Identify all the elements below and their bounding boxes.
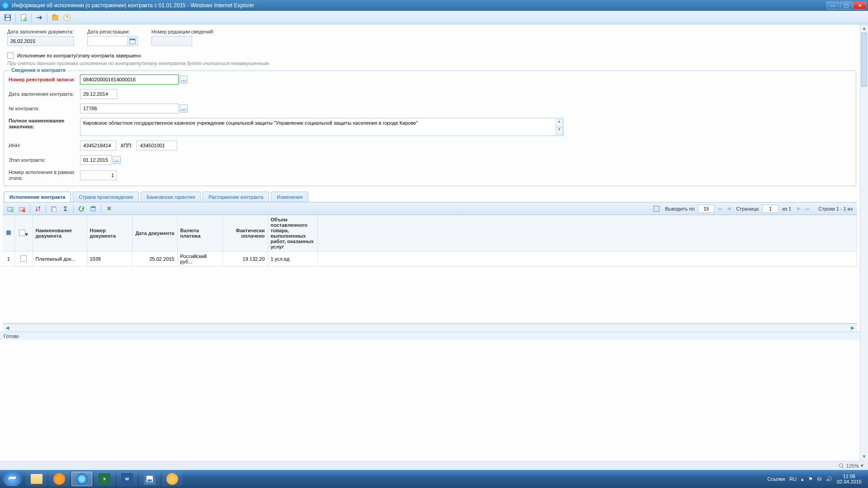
tab-termination[interactable]: Расторжение контракта bbox=[203, 192, 269, 202]
prev-page-icon[interactable]: ◀ bbox=[725, 205, 732, 212]
scroll-left-icon[interactable]: ◀ bbox=[4, 325, 11, 331]
tray-network-icon[interactable]: ⛁ bbox=[817, 476, 821, 482]
reg-num-label: Номер реестровой записи: bbox=[9, 77, 76, 83]
zoom-control[interactable]: 125% ▾ bbox=[838, 463, 863, 469]
tray-flag-icon[interactable]: ⚑ bbox=[808, 476, 813, 482]
grid-header-volume[interactable]: Объем поставленного товара, выполненных … bbox=[268, 215, 317, 252]
minimize-button[interactable]: — bbox=[826, 1, 839, 9]
table-row[interactable]: 1 Платежный док... 1039 25.02.2015 Росси… bbox=[3, 252, 857, 267]
contract-date-label: Дата заключения контракта: bbox=[9, 91, 76, 97]
data-grid: ▾ Наименование документа Номер документа… bbox=[3, 215, 857, 267]
toolbar-separator bbox=[31, 13, 32, 22]
completed-checkbox[interactable] bbox=[7, 52, 14, 59]
excel-export-icon[interactable]: ✕ bbox=[104, 204, 114, 214]
reg-num-lookup-button[interactable]: … bbox=[179, 75, 188, 84]
svg-rect-11 bbox=[130, 39, 135, 40]
svg-text:−: − bbox=[23, 207, 25, 212]
new-doc-icon[interactable]: + bbox=[19, 13, 28, 23]
grid-wrapper: ▾ Наименование документа Номер документа… bbox=[3, 215, 857, 324]
toolbar-separator bbox=[15, 13, 16, 22]
revision-field bbox=[151, 36, 192, 46]
first-page-icon[interactable]: ⏮ bbox=[716, 205, 723, 212]
grid-header-docname[interactable]: Наименование документа bbox=[33, 215, 87, 252]
help-icon[interactable]: ? bbox=[62, 13, 72, 23]
taskbar-app[interactable] bbox=[162, 472, 183, 486]
row-checkbox[interactable] bbox=[14, 252, 33, 267]
row-docdate: 25.02.2015 bbox=[132, 252, 177, 267]
next-page-icon[interactable]: ▶ bbox=[795, 205, 802, 212]
delete-row-icon[interactable]: − bbox=[17, 204, 27, 214]
tray-volume-icon[interactable]: 🔊 bbox=[826, 476, 832, 482]
add-row-icon[interactable]: + bbox=[5, 204, 15, 214]
rows-info: Строки 1 - 1 из bbox=[819, 206, 853, 211]
tray-chevron-icon[interactable]: ▴ bbox=[801, 476, 804, 482]
tab-bank-guarantee[interactable]: Банковская гарантия bbox=[141, 192, 201, 202]
row-index: 1 bbox=[3, 252, 14, 267]
stage-lookup-button[interactable]: … bbox=[113, 156, 121, 164]
output-per-page-input[interactable] bbox=[698, 205, 714, 213]
attachments-icon[interactable] bbox=[50, 13, 60, 23]
taskbar-excel[interactable]: X bbox=[94, 472, 115, 486]
scroll-thumb[interactable] bbox=[861, 33, 867, 87]
taskbar-ie[interactable] bbox=[71, 472, 92, 486]
taskbar-explorer[interactable] bbox=[26, 472, 47, 486]
reg-num-input[interactable] bbox=[80, 75, 179, 84]
scroll-down-icon[interactable]: ▼ bbox=[860, 453, 868, 461]
page-input[interactable] bbox=[762, 205, 778, 213]
tabs: Исполнение контракта Страна происхождени… bbox=[3, 189, 857, 202]
reg-date-field[interactable] bbox=[87, 36, 128, 46]
forward-icon[interactable] bbox=[34, 13, 44, 23]
inn-input[interactable] bbox=[80, 141, 116, 150]
row-docname: Платежный док... bbox=[33, 252, 87, 267]
tab-origin[interactable]: Страна происхождения bbox=[73, 192, 139, 202]
sum-icon[interactable]: Σ bbox=[61, 204, 71, 214]
kpp-input[interactable] bbox=[137, 141, 177, 150]
copy-icon[interactable] bbox=[49, 204, 59, 214]
taskbar-save[interactable] bbox=[139, 472, 160, 486]
close-button[interactable]: ✕ bbox=[854, 1, 866, 9]
grid-header-menu[interactable] bbox=[3, 215, 14, 252]
settings-icon[interactable] bbox=[651, 204, 661, 214]
grid-header-docdate[interactable]: Дата документа bbox=[132, 215, 177, 252]
customer-textarea[interactable]: Кировское областное государственное казе… bbox=[80, 118, 564, 136]
header-form-row: Дата заполнения документа: 26.02.2015 Да… bbox=[3, 27, 857, 51]
ie-status-bar: 125% ▾ bbox=[0, 461, 868, 470]
taskbar-wmp[interactable] bbox=[49, 472, 70, 486]
save-icon[interactable] bbox=[3, 13, 13, 23]
tray-language[interactable]: RU bbox=[789, 476, 797, 482]
grid-header-check[interactable]: ▾ bbox=[14, 215, 33, 252]
tray-clock[interactable]: 11:06 02.04.2015 bbox=[837, 474, 862, 484]
refresh-icon[interactable] bbox=[76, 204, 86, 214]
horizontal-scrollbar[interactable]: ◀ ▶ bbox=[3, 324, 857, 332]
template-icon[interactable] bbox=[88, 204, 98, 214]
last-page-icon[interactable]: ⏭ bbox=[804, 205, 811, 212]
svg-rect-28 bbox=[147, 479, 152, 482]
scroll-right-icon[interactable]: ▶ bbox=[849, 325, 856, 331]
exec-num-input[interactable] bbox=[80, 170, 117, 180]
page-label: Страница bbox=[736, 206, 759, 211]
maximize-button[interactable]: ▢ bbox=[840, 1, 853, 9]
tray-links[interactable]: Ссылки bbox=[767, 476, 785, 482]
start-button[interactable] bbox=[3, 472, 22, 486]
vertical-scrollbar[interactable]: ▲ ▼ bbox=[860, 24, 868, 461]
stage-label: Этап контракта: bbox=[9, 157, 76, 163]
toolbar-separator bbox=[47, 13, 47, 22]
grid-header-paid[interactable]: Фактически оплачено bbox=[222, 215, 268, 252]
sort-icon[interactable] bbox=[33, 204, 43, 214]
grid-toolbar: + − Σ ✕ Выводить по ⏮ ◀ Страница из 1 ▶ … bbox=[3, 202, 857, 215]
contract-date-field: 29.12.2014 bbox=[80, 89, 117, 99]
contract-fieldset: Сведения о контракте Номер реестровой за… bbox=[4, 70, 856, 186]
grid-header-docnum[interactable]: Номер документа bbox=[87, 215, 132, 252]
taskbar-word[interactable]: W bbox=[117, 472, 137, 486]
grid-header-currency[interactable]: Валюта платежа bbox=[177, 215, 222, 252]
tab-changes[interactable]: Изменения bbox=[271, 192, 308, 202]
system-tray: Ссылки RU ▴ ⚑ ⛁ 🔊 11:06 02.04.2015 bbox=[764, 474, 865, 484]
svg-rect-22 bbox=[654, 206, 659, 211]
contract-num-lookup-button[interactable]: … bbox=[179, 104, 188, 113]
reg-date-label: Дата регистрации: bbox=[87, 29, 138, 34]
contract-num-input[interactable] bbox=[80, 103, 179, 113]
calendar-icon[interactable] bbox=[128, 36, 138, 46]
tab-execution[interactable]: Исполнение контракта bbox=[4, 192, 71, 202]
scroll-up-icon[interactable]: ▲ bbox=[860, 24, 868, 33]
customer-spin-buttons[interactable]: ▲▼ bbox=[556, 119, 563, 135]
